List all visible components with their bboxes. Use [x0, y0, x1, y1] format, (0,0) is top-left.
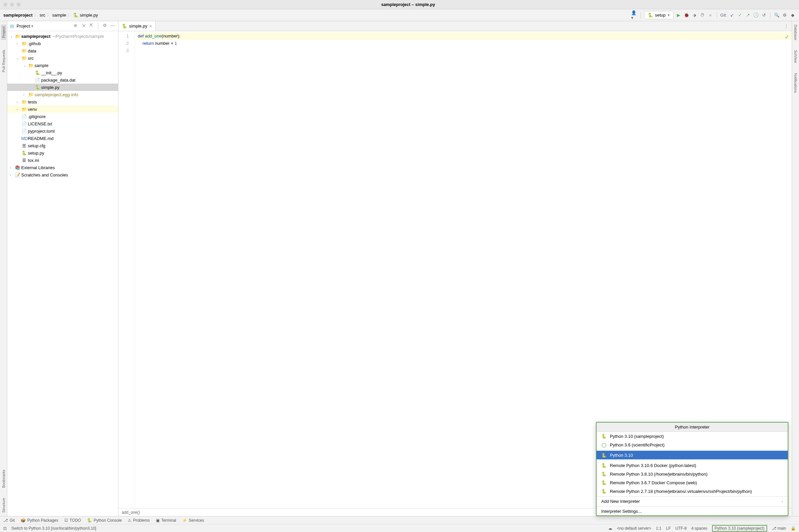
tree-folder-egg-info[interactable]: ›📁sampleproject.egg-info — [7, 91, 118, 98]
tree-folder-sample[interactable]: ⌄📁sample — [7, 62, 118, 69]
collapse-all-icon[interactable]: ⇱ — [89, 23, 94, 28]
bottom-git[interactable]: ⎇Git — [3, 518, 15, 523]
bottom-services[interactable]: ⚡Services — [182, 518, 204, 523]
stripe-notifications[interactable]: Notifications — [794, 73, 798, 93]
stripe-bookmarks[interactable]: Bookmarks — [2, 470, 6, 488]
profile-button[interactable]: ⏱ — [700, 12, 705, 18]
crumb-src[interactable]: src — [39, 13, 45, 18]
interpreter-option[interactable]: 🐍 Remote Python 3.6.7 Docker Compose (we… — [597, 478, 788, 487]
settings-icon[interactable]: ⚙ — [782, 12, 788, 18]
tree-file-setupcfg[interactable]: ☰setup.cfg — [7, 142, 118, 149]
editor-tab-menu-icon[interactable]: ⋮ — [781, 21, 792, 31]
close-tab-icon[interactable]: × — [149, 23, 152, 29]
tree-folder-data[interactable]: 📁data — [7, 47, 118, 54]
status-line-ending[interactable]: LF — [666, 526, 671, 531]
project-panel-title[interactable]: Project ▾ — [17, 23, 34, 28]
file-icon: ☰ — [21, 158, 27, 163]
stop-button[interactable]: ■ — [707, 12, 713, 18]
python-icon: 🐍 — [648, 13, 653, 18]
file-icon: 📄 — [35, 78, 40, 82]
run-button[interactable]: ▶ — [675, 12, 682, 18]
debug-button[interactable]: 🐞 — [684, 12, 689, 18]
tree-folder-github[interactable]: ›📁.github — [7, 40, 118, 47]
git-history-icon[interactable]: 🕓 — [753, 12, 759, 18]
hide-panel-icon[interactable]: — — [110, 23, 115, 28]
interpreter-settings[interactable]: Interpreter Settings… — [597, 507, 788, 515]
tree-file-toxini[interactable]: ☰tox.ini — [7, 156, 118, 164]
deployment-icon[interactable]: ☁ — [608, 526, 612, 531]
tree-file-license[interactable]: 📄LICENSE.txt — [7, 120, 118, 127]
bottom-terminal[interactable]: ▣Terminal — [156, 518, 176, 523]
search-everywhere-icon[interactable]: 🔍 — [774, 12, 780, 18]
python-icon: 🐍 — [601, 463, 607, 468]
expand-all-icon[interactable]: ⇲ — [81, 23, 86, 28]
navigation-breadcrumbs: sampleproject 〉 src 〉 sample 〉 🐍 simple.… — [3, 12, 98, 18]
project-tool-window: ▤ Project ▾ ⊕ ⇲ ⇱ ⚙ — ⌄📁 sampleproject ~… — [7, 21, 118, 516]
status-server[interactable]: <no default server> — [617, 526, 651, 531]
stripe-structure[interactable]: Structure — [2, 498, 6, 513]
tree-folder-tests[interactable]: ›📁tests — [7, 98, 118, 106]
bottom-problems[interactable]: ⚠Problems — [128, 518, 150, 523]
crumb-file[interactable]: 🐍 simple.py — [73, 13, 98, 18]
minimize-window-button[interactable] — [10, 3, 14, 7]
add-new-interpreter[interactable]: Add New Interpreter › — [597, 497, 788, 506]
tree-file-readme[interactable]: MDREADME.md — [7, 135, 118, 142]
git-push-icon[interactable]: ↗ — [745, 12, 751, 18]
tree-file-gitignore[interactable]: 📄.gitignore — [7, 113, 118, 120]
tree-external-libraries[interactable]: ›📚External Libraries — [7, 164, 118, 171]
crumb-sample[interactable]: sample — [52, 13, 67, 18]
panel-settings-icon[interactable]: ⚙ — [102, 23, 108, 28]
bottom-python-console[interactable]: 🐍Python Console — [87, 518, 122, 523]
stripe-pull-requests[interactable]: Pull Requests — [2, 50, 6, 72]
maximize-window-button[interactable] — [17, 3, 21, 7]
interpreter-option[interactable]: ◯ Python 3.6 (scientificProject) — [597, 440, 788, 449]
status-cursor-position[interactable]: 1:1 — [656, 526, 662, 531]
tree-root[interactable]: ⌄📁 sampleproject ~/PycharmProjects/sampl… — [7, 33, 118, 40]
stripe-project[interactable]: Project — [1, 24, 6, 40]
status-indent[interactable]: 4 spaces — [691, 526, 707, 531]
inspection-ok-icon[interactable]: ✓ — [785, 34, 789, 40]
tool-windows-icon[interactable]: ⊡ — [3, 526, 7, 531]
coverage-button[interactable]: ⬗ — [691, 12, 698, 18]
tree-folder-venv[interactable]: ›📁venv — [7, 106, 118, 113]
interpreter-option[interactable]: 🐍 Remote Python 3.8.10 (/home/jetbrains/… — [597, 470, 788, 478]
stripe-sciview[interactable]: SciView — [794, 50, 798, 63]
folder-icon: 📁 — [28, 63, 34, 68]
stripe-database[interactable]: Database — [794, 24, 798, 40]
crumb-project[interactable]: sampleproject — [3, 13, 33, 18]
tree-scratches[interactable]: ›📝Scratches and Consoles — [7, 171, 118, 178]
tree-file-pyproject[interactable]: 📄pyproject.toml — [7, 127, 118, 135]
tree-file-simple[interactable]: 🐍simple.py — [7, 83, 118, 91]
right-tool-stripe: Database SciView Notifications — [792, 21, 799, 516]
editor-tab-simple[interactable]: 🐍 simple.py × — [118, 21, 155, 31]
status-encoding[interactable]: UTF-8 — [675, 526, 687, 531]
bottom-python-packages[interactable]: 📦Python Packages — [21, 518, 58, 523]
folder-icon: 📁 — [28, 92, 34, 97]
tree-file-setuppy[interactable]: 🐍setup.py — [7, 149, 118, 156]
git-label: Git: — [720, 13, 727, 18]
todo-icon: ☑ — [64, 518, 68, 523]
run-configuration-selector[interactable]: 🐍 setup ▾ — [644, 11, 673, 19]
left-tool-stripe: Project Pull Requests Bookmarks Structur… — [0, 21, 7, 516]
status-interpreter[interactable]: Python 3.10 (sampleproject) — [712, 525, 767, 532]
status-git-branch[interactable]: ⎇ main — [772, 526, 786, 531]
tree-file-package-data[interactable]: 📄package_data.dat — [7, 76, 118, 83]
close-window-button[interactable] — [3, 3, 7, 7]
interpreter-option[interactable]: 🐍 Python 3.10 (sampleproject) — [597, 432, 788, 440]
file-icon: 📄 — [21, 114, 27, 119]
titlebar: sampleproject – simple.py — [0, 0, 799, 9]
interpreter-option-selected[interactable]: 🐍 Python 3.10 — [597, 451, 788, 459]
tree-file-init[interactable]: 🐍__init__.py — [7, 69, 118, 76]
bottom-todo[interactable]: ☑TODO — [64, 518, 81, 523]
git-commit-icon[interactable]: ✓ — [737, 12, 743, 18]
git-pull-icon[interactable]: ↙ — [729, 12, 735, 18]
git-rollback-icon[interactable]: ↺ — [761, 12, 767, 18]
add-user-icon[interactable]: 👤▾ — [631, 12, 637, 18]
jetbrains-toolbox-icon[interactable]: ◆ — [790, 12, 796, 18]
interpreter-option[interactable]: 🐍 Remote Python 3.10.6 Docker (python:la… — [597, 461, 788, 470]
status-bar: ⊡ Switch to Python 3.10 [/usr/local/bin/… — [0, 524, 799, 532]
select-opened-file-icon[interactable]: ⊕ — [73, 23, 78, 28]
tree-folder-src[interactable]: ⌄📁src — [7, 54, 118, 62]
lock-icon[interactable]: 🔒 — [791, 526, 796, 531]
interpreter-option[interactable]: 🐍 Remote Python 2.7.18 (/home/jetbrains/… — [597, 487, 788, 495]
